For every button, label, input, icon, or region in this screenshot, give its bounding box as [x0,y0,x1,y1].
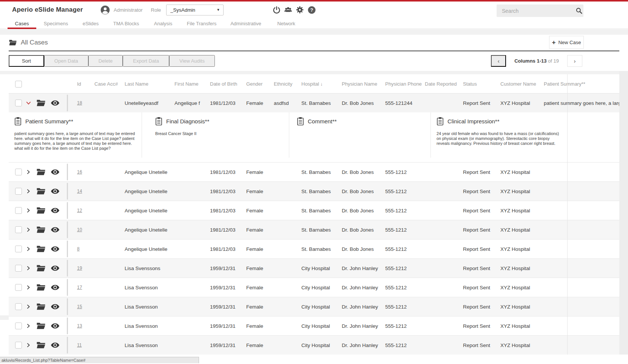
row-checkbox[interactable] [15,246,22,252]
open-case-folder-icon[interactable] [36,245,46,253]
view-audits-button[interactable]: View Audits [169,55,215,67]
prev-columns-button[interactable]: ‹ [491,55,506,67]
open-case-folder-icon[interactable] [36,168,46,176]
row-checkbox[interactable] [15,284,22,291]
column-header[interactable]: Gender [246,81,274,87]
tab-cases[interactable]: Cases [7,18,37,29]
tab-specimens[interactable]: Specimens [37,18,75,29]
tab-network[interactable]: Network [269,18,304,29]
view-eye-icon[interactable] [51,302,60,311]
expand-chevron-icon[interactable] [26,285,31,290]
column-header[interactable]: Physician Phone [385,81,425,87]
table-row[interactable]: 12 Angelique Unetelle 1981/12/03 Female … [9,201,619,220]
gear-icon[interactable] [295,5,305,15]
expand-chevron-icon[interactable] [26,169,31,175]
column-header[interactable]: Hospital ↓ [301,81,342,87]
table-row[interactable]: 8 Angelique Unetelle 1981/12/03 Female S… [9,239,619,258]
column-header[interactable]: Date of Birth [210,81,246,87]
row-checkbox[interactable] [15,169,22,175]
case-id-link[interactable]: 18 [77,100,94,106]
view-eye-icon[interactable] [51,98,60,108]
table-row[interactable]: 11 Lisa Svensson 1959/12/31 Female City … [9,335,619,355]
expand-chevron-icon[interactable] [26,342,31,348]
power-icon[interactable] [272,5,281,15]
select-all-checkbox[interactable] [15,81,22,88]
tab-tma-blocks[interactable]: TMA Blocks [106,18,146,29]
open-case-folder-icon[interactable] [36,341,46,349]
row-checkbox[interactable] [15,207,22,214]
open-case-folder-icon[interactable] [36,284,46,292]
delete-button[interactable]: Delete [88,55,123,67]
search-input[interactable] [497,8,576,14]
open-case-folder-icon[interactable] [36,226,46,234]
expand-chevron-icon[interactable] [26,246,31,252]
table-row[interactable]: 15 Lisa Svensson 1959/12/31 Female City … [9,297,619,316]
table-row[interactable]: 17 Lisa Svensson 1959/12/31 Female City … [9,278,619,297]
table-row[interactable]: 16 Angelique Unetelle 1981/12/03 Female … [9,162,619,181]
table-row[interactable]: 10 Angelique Unetelle 1981/12/03 Female … [9,220,619,239]
open-case-folder-icon[interactable] [36,187,46,195]
case-id-link[interactable]: 12 [77,208,94,213]
open-data-button[interactable]: Open Data [44,55,88,67]
row-checkbox[interactable] [15,323,22,329]
view-eye-icon[interactable] [51,206,60,215]
column-header[interactable]: First Name [174,81,210,87]
open-case-folder-icon[interactable] [36,99,46,107]
table-row[interactable]: 13 Lisa Svensson 1959/12/31 Female City … [9,316,619,335]
open-case-folder-icon[interactable] [36,322,46,330]
column-header[interactable]: Status [463,81,500,87]
user-avatar-icon[interactable] [100,5,110,15]
row-checkbox[interactable] [15,188,22,195]
row-checkbox[interactable] [15,342,22,349]
view-eye-icon[interactable] [51,283,60,292]
sort-button[interactable]: Sort [9,55,44,67]
new-case-button[interactable]: + New Case [549,36,584,49]
column-header[interactable]: Ethnicity [274,81,301,87]
search-icon[interactable] [576,7,583,14]
case-id-link[interactable]: 11 [77,342,94,348]
view-eye-icon[interactable] [51,321,60,330]
tab-administrative[interactable]: Administrative [223,18,269,29]
table-row-expanded[interactable]: 18 Unetelleyeasdf Angelique f 1981/12/03… [9,93,619,112]
open-case-folder-icon[interactable] [36,303,46,311]
case-id-link[interactable]: 16 [77,169,94,175]
row-checkbox[interactable] [15,265,22,272]
export-data-button[interactable]: Export Data [123,55,169,67]
table-row[interactable]: 19 Lisa Svenssons 1959/12/31 Female City… [9,258,619,278]
case-id-link[interactable]: 15 [77,304,94,309]
open-case-folder-icon[interactable] [36,264,46,272]
tab-analysis[interactable]: Analysis [146,18,181,29]
case-id-link[interactable]: 8 [77,246,94,252]
expand-chevron-icon[interactable] [26,227,31,232]
row-checkbox[interactable] [15,303,22,310]
collapse-chevron-icon[interactable] [26,100,31,106]
column-header[interactable]: Date Reported [425,81,463,87]
role-select[interactable]: _SysAdmin ▼ [166,5,224,15]
view-eye-icon[interactable] [51,341,60,350]
view-eye-icon[interactable] [51,264,60,273]
help-icon[interactable]: ? [307,5,316,15]
expand-chevron-icon[interactable] [26,266,31,271]
column-header[interactable]: Id [77,81,94,87]
expand-chevron-icon[interactable] [26,189,31,194]
case-id-link[interactable]: 10 [77,227,94,232]
users-icon[interactable] [283,5,293,15]
case-id-link[interactable]: 19 [77,266,94,271]
case-id-link[interactable]: 17 [77,285,94,290]
row-checkbox[interactable] [15,226,22,233]
row-checkbox[interactable] [15,100,22,106]
column-header[interactable]: Physician Name [342,81,385,87]
next-columns-button[interactable]: › [567,55,582,67]
column-header[interactable]: Last Name [125,81,174,87]
view-eye-icon[interactable] [51,244,60,253]
expand-chevron-icon[interactable] [26,304,31,309]
view-eye-icon[interactable] [51,225,60,234]
view-eye-icon[interactable] [51,167,60,177]
tab-file-transfers[interactable]: File Transfers [181,18,223,29]
column-header[interactable]: Customer Name [500,81,544,87]
column-header[interactable]: Patient Summary** [544,81,619,87]
column-header[interactable]: Case Acc# [94,81,125,87]
table-row[interactable]: 14 Angelique Unetelle 1981/12/03 Female … [9,181,619,201]
case-id-link[interactable]: 13 [77,323,94,329]
tab-eslides[interactable]: eSlides [75,18,106,29]
